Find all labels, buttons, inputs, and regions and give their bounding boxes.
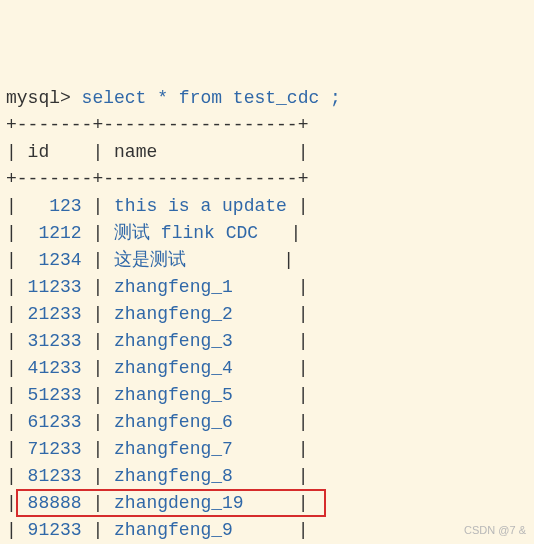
cell-name: zhangfeng_7 bbox=[114, 436, 287, 463]
table-row: | 51233 | zhangfeng_5 | bbox=[6, 382, 528, 409]
table-row: | 31233 | zhangfeng_3 | bbox=[6, 328, 528, 355]
table-border-top: +-------+------------------+ bbox=[6, 115, 308, 135]
mysql-prompt: mysql> bbox=[6, 88, 71, 108]
table-row: | 21233 | zhangfeng_2 | bbox=[6, 301, 528, 328]
cell-id: 1234 bbox=[28, 247, 82, 274]
cell-name: zhangfeng_9 bbox=[114, 517, 287, 544]
cell-name: zhangfeng_6 bbox=[114, 409, 287, 436]
cell-id: 91233 bbox=[28, 517, 82, 544]
cell-name: zhangfeng_2 bbox=[114, 301, 287, 328]
col-header-name: name bbox=[114, 142, 157, 162]
table-row: | 71233 | zhangfeng_7 | bbox=[6, 436, 528, 463]
cell-name: zhangfeng_4 bbox=[114, 355, 287, 382]
cell-name: zhangfeng_5 bbox=[114, 382, 287, 409]
table-row: | 81233 | zhangfeng_8 | bbox=[6, 463, 528, 490]
cell-id: 88888 bbox=[28, 490, 82, 517]
table-border-mid: +-------+------------------+ bbox=[6, 169, 308, 189]
cell-name: zhangfeng_8 bbox=[114, 463, 287, 490]
terminal-output: mysql> select * from test_cdc ; +-------… bbox=[6, 85, 528, 544]
cell-id: 21233 bbox=[28, 301, 82, 328]
cell-id: 51233 bbox=[28, 382, 82, 409]
table-row: | 41233 | zhangfeng_4 | bbox=[6, 355, 528, 382]
table-row: | 1212 | 测试 flink CDC | bbox=[6, 220, 528, 247]
cell-name: zhangfeng_1 bbox=[114, 274, 287, 301]
cell-name: this is a update bbox=[114, 193, 287, 220]
table-row: | 123 | this is a update | bbox=[6, 193, 528, 220]
cell-name: zhangfeng_3 bbox=[114, 328, 287, 355]
table-row: | 1234 | 这是测试 | bbox=[6, 247, 528, 274]
cell-name: zhangdeng_19 bbox=[114, 490, 287, 517]
cell-id: 11233 bbox=[28, 274, 82, 301]
cell-id: 61233 bbox=[28, 409, 82, 436]
cell-id: 81233 bbox=[28, 463, 82, 490]
cell-name: 这是测试 bbox=[114, 247, 272, 274]
table-row: | 11233 | zhangfeng_1 | bbox=[6, 274, 528, 301]
table-row: | 91233 | zhangfeng_9 | bbox=[6, 517, 528, 544]
pipe: | bbox=[6, 142, 28, 162]
table-rows: | 123 | this is a update || 1212 | 测试 fl… bbox=[6, 193, 528, 544]
sql-query: select * from test_cdc ; bbox=[71, 88, 341, 108]
cell-name: 测试 flink CDC bbox=[114, 220, 280, 247]
cell-id: 123 bbox=[28, 193, 82, 220]
cell-id: 71233 bbox=[28, 436, 82, 463]
watermark: CSDN @7 & bbox=[464, 522, 526, 539]
col-header-id: id bbox=[28, 142, 50, 162]
cell-id: 41233 bbox=[28, 355, 82, 382]
table-row: | 61233 | zhangfeng_6 | bbox=[6, 409, 528, 436]
cell-id: 1212 bbox=[28, 220, 82, 247]
cell-id: 31233 bbox=[28, 328, 82, 355]
table-row: | 88888 | zhangdeng_19 | bbox=[6, 490, 528, 517]
